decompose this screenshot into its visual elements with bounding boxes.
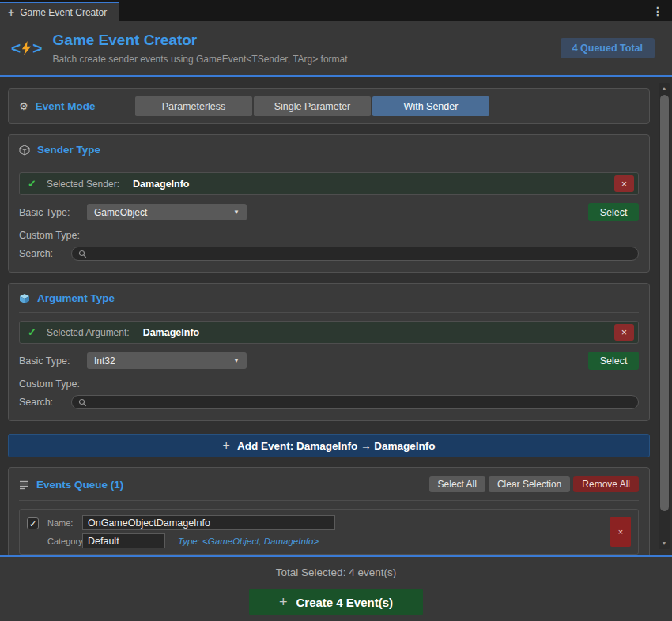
- sender-select-button[interactable]: Select: [588, 203, 639, 221]
- create-events-button[interactable]: + Create 4 Event(s): [249, 589, 423, 615]
- argument-type-section: Argument Type ✓ Selected Argument: Damag…: [8, 283, 650, 421]
- argument-basic-type-row: Basic Type: Int32 ▼ Select: [19, 352, 639, 370]
- app-logo-icon: < >: [11, 39, 43, 58]
- event-category-input[interactable]: [82, 533, 165, 548]
- sender-type-title-row: Sender Type: [19, 144, 639, 156]
- cube-filled-icon: [19, 293, 30, 304]
- event-checkbox[interactable]: ✓: [27, 518, 39, 529]
- divider: [19, 164, 639, 164]
- check-icon: ✓: [28, 178, 36, 190]
- event-name-input[interactable]: [82, 515, 335, 530]
- sender-type-section: Sender Type ✓ Selected Sender: DamageInf…: [8, 134, 650, 273]
- events-queue-header: Events Queue (1) Select All Clear Select…: [19, 476, 639, 492]
- sender-type-title: Sender Type: [37, 144, 100, 156]
- event-queue-item: ✓ Name: Category Type: <GameObject, Dama…: [19, 509, 639, 555]
- sender-basic-type-value: GameObject: [94, 207, 147, 218]
- clear-sender-button[interactable]: ×: [614, 175, 634, 192]
- mode-button-single-parameter[interactable]: Single Parameter: [254, 96, 371, 116]
- sender-search-input[interactable]: [91, 249, 632, 258]
- basic-type-label: Basic Type:: [19, 356, 87, 367]
- divider: [19, 312, 639, 313]
- tab-game-event-creator[interactable]: + Game Event Creator: [0, 2, 119, 21]
- window-menu-icon[interactable]: ⋮: [644, 3, 672, 19]
- argument-type-title-row: Argument Type: [19, 292, 639, 304]
- event-category-row: Category Type: <GameObject, DamageInfo>: [47, 533, 610, 548]
- mode-button-with-sender[interactable]: With Sender: [372, 96, 489, 116]
- tab-bar: + Game Event Creator ⋮: [0, 0, 672, 21]
- total-selected-text: Total Selected: 4 event(s): [0, 566, 672, 578]
- remove-all-button[interactable]: Remove All: [573, 476, 639, 492]
- argument-search-input[interactable]: [91, 397, 632, 407]
- event-mode-title: Event Mode: [36, 100, 96, 112]
- argument-search-box: [71, 395, 639, 409]
- check-icon: ✓: [28, 326, 36, 338]
- chevron-down-icon: ▼: [233, 209, 240, 216]
- event-name-row: Name:: [47, 515, 610, 530]
- sender-basic-type-dropdown[interactable]: GameObject ▼: [87, 204, 247, 220]
- plus-icon: +: [279, 594, 288, 611]
- event-fields: Name: Category Type: <GameObject, Damage…: [47, 515, 610, 548]
- event-type-text: Type: <GameObject, DamageInfo>: [178, 536, 319, 546]
- list-icon: [19, 480, 29, 490]
- custom-type-label: Custom Type:: [19, 378, 80, 390]
- sender-search-box: [71, 247, 639, 261]
- chevron-down-icon: ▼: [233, 357, 240, 364]
- scroll-down-arrow-icon[interactable]: ▼: [659, 538, 670, 549]
- sender-custom-type-row: Custom Type:: [19, 230, 639, 241]
- scroll-up-arrow-icon[interactable]: ▲: [659, 83, 670, 94]
- header-titles: Game Event Creator Batch create sender e…: [53, 32, 348, 65]
- divider: [19, 500, 639, 501]
- event-category-label: Category: [47, 536, 82, 546]
- events-queue-title: Events Queue (1): [36, 479, 123, 491]
- argument-basic-type-value: Int32: [94, 356, 115, 367]
- search-icon: [78, 250, 87, 258]
- event-mode-toggle-group: Parameterless Single Parameter With Send…: [135, 96, 489, 116]
- plus-icon: +: [223, 438, 230, 453]
- queued-total-badge: 4 Queued Total: [561, 38, 655, 58]
- clear-selection-button[interactable]: Clear Selection: [489, 476, 570, 492]
- custom-type-label: Custom Type:: [19, 230, 80, 241]
- argument-basic-type-dropdown[interactable]: Int32 ▼: [87, 352, 247, 369]
- bracket-right-icon: >: [32, 39, 42, 58]
- scrollbar-thumb[interactable]: [660, 95, 669, 511]
- sender-basic-type-row: Basic Type: GameObject ▼ Select: [19, 203, 639, 221]
- event-mode-section: ⚙ Event Mode Parameterless Single Parame…: [8, 88, 650, 124]
- argument-select-button[interactable]: Select: [588, 352, 639, 370]
- argument-type-title: Argument Type: [37, 292, 115, 304]
- clear-argument-button[interactable]: ×: [614, 324, 634, 341]
- lightning-bolt-icon: [20, 41, 33, 55]
- page-title: Game Event Creator: [53, 32, 348, 49]
- event-mode-title-row: ⚙ Event Mode: [19, 100, 135, 112]
- footer: Total Selected: 4 event(s) + Create 4 Ev…: [0, 555, 672, 621]
- queue-actions: Select All Clear Selection Remove All: [429, 476, 639, 492]
- search-icon: [78, 398, 87, 407]
- selected-sender-row: ✓ Selected Sender: DamageInfo ×: [19, 172, 639, 195]
- selected-argument-row: ✓ Selected Argument: DamageInfo ×: [19, 321, 639, 344]
- selected-sender-value: DamageInfo: [133, 179, 190, 190]
- add-event-button[interactable]: + Add Event: DamageInfo → DamageInfo: [8, 434, 650, 457]
- select-all-button[interactable]: Select All: [429, 476, 485, 492]
- argument-custom-type-row: Custom Type:: [19, 378, 639, 390]
- argument-search-row: Search:: [19, 395, 639, 409]
- header: < > Game Event Creator Batch create send…: [0, 21, 672, 75]
- vertical-scrollbar: ▲ ▼: [659, 83, 670, 549]
- remove-event-button[interactable]: ×: [610, 517, 631, 547]
- selected-argument-value: DamageInfo: [143, 327, 200, 338]
- basic-type-label: Basic Type:: [19, 207, 87, 218]
- sender-search-row: Search:: [19, 247, 639, 261]
- gear-icon: ⚙: [19, 100, 28, 112]
- page-subtitle: Batch create sender events using GameEve…: [53, 54, 348, 65]
- event-name-label: Name:: [47, 518, 82, 528]
- main-content: ⚙ Event Mode Parameterless Single Parame…: [0, 77, 672, 555]
- create-events-label: Create 4 Event(s): [296, 596, 393, 609]
- selected-argument-label: Selected Argument:: [47, 327, 130, 338]
- search-label: Search:: [19, 248, 71, 259]
- events-queue-section: Events Queue (1) Select All Clear Select…: [8, 467, 650, 555]
- tab-title: Game Event Creator: [20, 7, 107, 18]
- search-label: Search:: [19, 397, 71, 408]
- add-event-label: Add Event: DamageInfo → DamageInfo: [237, 440, 436, 452]
- tab-plus-icon: +: [8, 6, 14, 19]
- cube-outline-icon: [19, 145, 30, 156]
- selected-sender-label: Selected Sender:: [47, 179, 119, 190]
- mode-button-parameterless[interactable]: Parameterless: [135, 96, 252, 116]
